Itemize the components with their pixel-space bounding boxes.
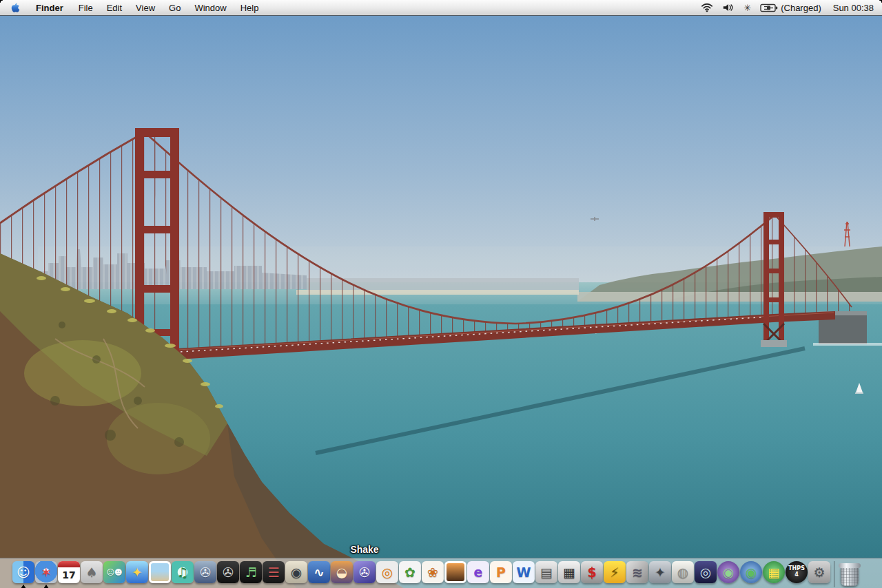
- app-icon: ☺: [17, 566, 30, 579]
- app-icon: THPS 4: [786, 566, 808, 578]
- battery-icon: [760, 3, 778, 12]
- dock-item-painter[interactable]: ❀: [422, 561, 444, 583]
- menubar-clock[interactable]: Sun 00:38: [830, 3, 874, 13]
- dock-item-green-orb-game[interactable]: ▦: [763, 561, 785, 583]
- dock-item-entourage[interactable]: e: [467, 561, 489, 583]
- starburst-menu-extra[interactable]: ✳: [743, 0, 751, 15]
- dock-item-soundtrack[interactable]: ♬: [240, 561, 262, 583]
- dock-item-cinema-tools[interactable]: ✇: [217, 561, 239, 583]
- menu-label: Help: [240, 3, 259, 13]
- dock-item-iphoto[interactable]: [444, 561, 466, 583]
- starburst-icon: ✳: [743, 3, 751, 13]
- app-icon: ☰: [267, 566, 279, 579]
- menu-label: Finder: [36, 3, 63, 13]
- app-icon: ✇: [359, 566, 370, 579]
- app-icon: W: [517, 566, 531, 579]
- app-icon: ✶: [41, 566, 52, 579]
- dock-item-itunes[interactable]: ♫: [172, 561, 194, 583]
- dock-item-purple-orb-game[interactable]: ◉: [717, 561, 739, 583]
- dock-item-shake[interactable]: ✇: [353, 561, 376, 583]
- app-icon: ♬: [245, 566, 256, 579]
- apple-menu[interactable]: [0, 0, 28, 15]
- volume-menu-extra[interactable]: [722, 0, 735, 15]
- dock-item-globe-game[interactable]: ◉: [740, 561, 762, 583]
- dock-item-word[interactable]: W: [513, 561, 535, 583]
- app-icon: $: [587, 566, 596, 579]
- dock-item-finder[interactable]: ☺: [12, 561, 34, 583]
- app-icon: ▤: [540, 566, 553, 579]
- app-icon: ◍: [677, 566, 689, 579]
- apple-logo-icon: [10, 2, 20, 14]
- menu-view[interactable]: View: [129, 0, 162, 15]
- menubar-status-area: ✳ (Charged) Sun 00:38: [701, 0, 882, 15]
- trash-icon: [841, 566, 859, 586]
- app-icon: e: [474, 566, 483, 579]
- app-icon: ◉: [291, 566, 302, 579]
- menu-label: Edit: [107, 3, 122, 13]
- dock-item-skater-game[interactable]: ✦: [649, 561, 671, 583]
- app-icon: ∿: [314, 566, 325, 579]
- dock-items: ☺ ✶ 17 ♠ ☺☻ ✦ ♫ ✇ ✇: [12, 561, 831, 583]
- app-icon: ✦: [132, 566, 143, 579]
- dock-item-imovie[interactable]: ✇: [194, 561, 216, 583]
- dock-item-thps4[interactable]: THPS 4: [786, 561, 808, 583]
- dock-item-sketch-app[interactable]: ✿: [399, 561, 421, 583]
- dock-item-final-cut-express[interactable]: ∿: [308, 561, 330, 583]
- dock-item-powerpoint[interactable]: P: [490, 561, 512, 583]
- wifi-menu-extra[interactable]: [701, 0, 713, 15]
- app-icon: ◉: [723, 566, 735, 579]
- app-icon: ✇: [223, 566, 234, 579]
- app-icon: ✇: [200, 566, 211, 579]
- dock: ☺ ✶ 17 ♠ ☺☻ ✦ ♫ ✇ ✇: [0, 558, 882, 588]
- wallpaper-golden-gate: [0, 15, 882, 588]
- menubar-menus: Finder File Edit View Go Window Help: [28, 0, 265, 15]
- dock-item-metallic-logo-game[interactable]: ≋: [626, 561, 648, 583]
- app-icon: ☺☻: [107, 569, 123, 576]
- menu-label: Window: [194, 3, 226, 13]
- dock-item-safari[interactable]: ✶: [35, 561, 57, 583]
- app-icon: ◉: [746, 566, 757, 579]
- dock-item-apple-app[interactable]: ♠: [81, 561, 103, 583]
- dock-item-ical[interactable]: 17: [58, 561, 80, 583]
- menu-label: File: [79, 3, 93, 13]
- dock-item-pikachu-game[interactable]: ⚡: [604, 561, 626, 583]
- menu-edit[interactable]: Edit: [100, 0, 129, 15]
- app-icon: ≋: [632, 566, 643, 579]
- dock-item-livetype[interactable]: ◉: [285, 561, 307, 583]
- screen-corner-left: [0, 0, 4, 4]
- battery-status-label: (Charged): [781, 3, 821, 13]
- menu-window[interactable]: Window: [187, 0, 233, 15]
- dock-item-msn-messenger[interactable]: ☺☻: [103, 561, 125, 583]
- menu-label: Go: [169, 3, 181, 13]
- dock-item-money-app[interactable]: $: [581, 561, 603, 583]
- dock-item-final-cut-pro[interactable]: ☰: [263, 561, 285, 583]
- dock-item-blender[interactable]: ◎: [376, 561, 398, 583]
- app-icon: ♠: [85, 566, 97, 579]
- volume-icon: [722, 3, 735, 12]
- dock-item-screen-capture-app[interactable]: ◎: [695, 561, 717, 583]
- app-icon: ✦: [655, 566, 666, 579]
- menu-label: View: [136, 3, 155, 13]
- app-icon: ◒: [336, 566, 348, 579]
- app-icon: ❀: [427, 566, 438, 579]
- app-icon: 17: [62, 570, 75, 580]
- menu-go[interactable]: Go: [162, 0, 187, 15]
- menu-file[interactable]: File: [72, 0, 100, 15]
- menu-finder[interactable]: Finder: [28, 0, 72, 15]
- app-icon: ⚡: [610, 566, 619, 579]
- dock-item-preview[interactable]: [149, 561, 171, 583]
- app-icon: ⚙: [813, 566, 825, 579]
- dock-item-register-device[interactable]: ▦: [558, 561, 580, 583]
- menubar: Finder File Edit View Go Window Help: [0, 0, 882, 16]
- dock-item-ichat[interactable]: ✦: [126, 561, 148, 583]
- dock-separator: [834, 561, 834, 587]
- dock-item-ufo-game[interactable]: ◍: [672, 561, 694, 583]
- wifi-icon: [701, 3, 713, 12]
- dock-item-photo-printer[interactable]: ▤: [535, 561, 557, 583]
- app-icon: ▦: [768, 566, 780, 579]
- battery-menu-extra[interactable]: (Charged): [760, 0, 821, 15]
- dock-item-chip-utility[interactable]: ⚙: [808, 561, 830, 583]
- menu-help[interactable]: Help: [234, 0, 266, 15]
- dock-item-trash[interactable]: [837, 561, 862, 586]
- dock-item-dvd-studio-pro[interactable]: ◒: [331, 561, 353, 583]
